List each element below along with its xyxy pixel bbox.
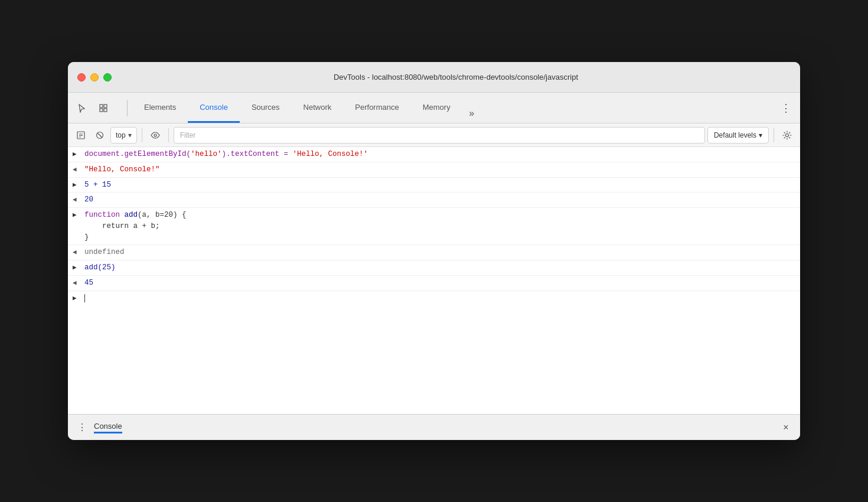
entry-content-4: 20 xyxy=(84,194,795,206)
context-selector[interactable]: top ▾ xyxy=(110,127,137,144)
code-span: 'hello' xyxy=(191,150,222,158)
console-entry-2: ◀ "Hello, Console!" xyxy=(68,162,800,178)
inspect-icon-button[interactable] xyxy=(94,99,113,118)
tab-sources[interactable]: Sources xyxy=(240,93,292,123)
entry-arrow-3: ▶ xyxy=(73,180,84,190)
cursor-icon-button[interactable] xyxy=(73,99,92,118)
console-toolbar: top ▾ Default levels ▾ xyxy=(68,123,800,147)
entry-arrow-5: ▶ xyxy=(73,210,84,220)
console-entry-6: ◀ undefined xyxy=(68,245,800,260)
maximize-button[interactable] xyxy=(103,73,112,82)
context-dropdown-icon: ▾ xyxy=(128,131,132,139)
active-input-content[interactable] xyxy=(84,293,795,304)
clear-console-button[interactable] xyxy=(73,127,89,144)
bottom-more-button[interactable]: ⋮ xyxy=(75,420,89,435)
entry-content-6: undefined xyxy=(84,247,795,258)
entry-content-7: add(25) xyxy=(84,262,795,273)
bottom-close-button[interactable]: × xyxy=(779,420,793,435)
tab-bar: Elements Console Sources Network Perform… xyxy=(68,93,800,123)
svg-point-11 xyxy=(786,133,789,136)
code-span: add(25) xyxy=(84,263,116,272)
entry-arrow-4: ◀ xyxy=(73,195,84,205)
bottom-tab-label: Console xyxy=(94,422,122,433)
entry-content-8: 45 xyxy=(84,278,795,289)
title-bar: DevTools - localhost:8080/web/tools/chro… xyxy=(68,62,800,93)
levels-label: Default levels xyxy=(714,131,756,139)
entry-content-3: 5 + 15 xyxy=(84,180,795,191)
code-span: "Hello, Console!" xyxy=(84,165,160,174)
active-input-arrow: ▶ xyxy=(73,294,84,304)
tab-divider xyxy=(127,100,128,116)
more-options-button[interactable]: ⋮ xyxy=(776,99,795,118)
tab-network[interactable]: Network xyxy=(292,93,344,123)
entry-arrow-8: ◀ xyxy=(73,278,84,288)
console-entry-7: ▶ add(25) xyxy=(68,260,800,276)
console-active-input[interactable]: ▶ xyxy=(68,291,800,306)
code-span: function xyxy=(84,211,125,219)
context-value: top xyxy=(116,131,126,139)
block-icon-button[interactable] xyxy=(92,127,108,144)
tab-elements[interactable]: Elements xyxy=(132,93,188,123)
toolbar-divider-2 xyxy=(168,128,169,142)
svg-rect-0 xyxy=(100,105,103,107)
entry-content-1: document.getElementById('hello').textCon… xyxy=(84,149,795,160)
code-span: } xyxy=(84,233,89,242)
console-entry-1: ▶ document.getElementById('hello').textC… xyxy=(68,147,800,162)
tab-icons xyxy=(73,99,113,118)
levels-dropdown-icon: ▾ xyxy=(759,131,762,139)
devtools-window: DevTools - localhost:8080/web/tools/chro… xyxy=(68,62,800,440)
code-span: undefined xyxy=(84,248,125,256)
eye-icon-button[interactable] xyxy=(147,127,164,144)
log-levels-button[interactable]: Default levels ▾ xyxy=(707,127,769,144)
console-entry-4: ◀ 20 xyxy=(68,193,800,208)
entry-arrow-1: ▶ xyxy=(73,149,84,159)
minimize-button[interactable] xyxy=(90,73,99,82)
cursor xyxy=(84,294,85,302)
svg-point-10 xyxy=(154,134,156,136)
code-span: ).textContent = xyxy=(222,150,293,158)
traffic-lights xyxy=(77,73,112,82)
bottom-bar: ⋮ Console × xyxy=(68,414,800,440)
code-span: return a + b; xyxy=(84,222,160,230)
code-span: 45 xyxy=(84,279,93,287)
svg-rect-3 xyxy=(104,109,107,112)
tab-memory[interactable]: Memory xyxy=(411,93,462,123)
tab-performance[interactable]: Performance xyxy=(343,93,410,123)
code-span: add xyxy=(125,211,138,219)
more-tabs-button[interactable]: » xyxy=(462,104,481,123)
console-entry-5: ▶ function add(a, b=20) { return a + b; … xyxy=(68,208,800,245)
console-output[interactable]: ▶ document.getElementById('hello').textC… xyxy=(68,147,800,414)
code-span: document.getElementById( xyxy=(84,150,191,158)
console-entry-3: ▶ 5 + 15 xyxy=(68,178,800,193)
entry-arrow-6: ◀ xyxy=(73,247,84,257)
toolbar-divider xyxy=(142,128,142,142)
entry-arrow-2: ◀ xyxy=(73,165,84,175)
entry-content-5: function add(a, b=20) { return a + b; } xyxy=(84,210,795,243)
window-title: DevTools - localhost:8080/web/tools/chro… xyxy=(121,73,791,82)
entry-arrow-7: ▶ xyxy=(73,263,84,273)
close-button[interactable] xyxy=(77,73,86,82)
tab-console[interactable]: Console xyxy=(188,93,240,123)
svg-rect-1 xyxy=(104,105,107,107)
code-span: 5 + 15 xyxy=(84,181,111,189)
tab-bar-right: ⋮ xyxy=(776,99,795,118)
svg-line-9 xyxy=(97,133,102,138)
svg-rect-2 xyxy=(100,109,103,112)
filter-input[interactable] xyxy=(174,127,705,144)
code-span: 'Hello, Console!' xyxy=(293,150,368,158)
toolbar-divider-3 xyxy=(774,128,774,142)
code-span: 20 xyxy=(84,195,93,204)
console-entry-8: ◀ 45 xyxy=(68,276,800,291)
entry-content-2: "Hello, Console!" xyxy=(84,164,795,175)
tabs: Elements Console Sources Network Perform… xyxy=(132,93,481,123)
code-span: (a, b=20) { xyxy=(138,211,187,219)
settings-icon-button[interactable] xyxy=(779,127,795,144)
